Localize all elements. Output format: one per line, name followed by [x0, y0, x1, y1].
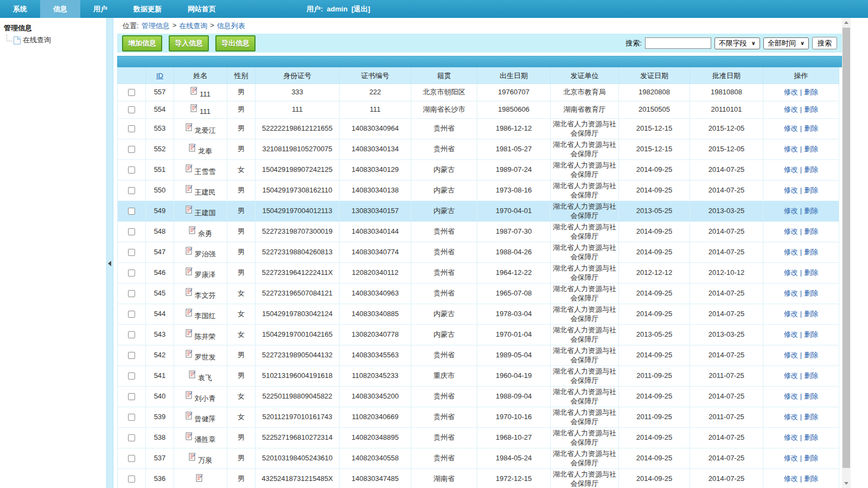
scroll-down-button[interactable] — [842, 479, 851, 488]
delete-link[interactable]: 删除 — [804, 165, 818, 174]
delete-link[interactable]: 删除 — [804, 371, 818, 380]
edit-link[interactable]: 修改 — [784, 88, 798, 96]
edit-link[interactable]: 修改 — [784, 289, 798, 297]
delete-link[interactable]: 删除 — [804, 105, 818, 113]
scrollbar-thumb[interactable] — [843, 28, 850, 468]
edit-link[interactable]: 修改 — [784, 165, 798, 174]
gender-cell: 男 — [227, 181, 256, 201]
sidebar-item-在线查询[interactable]: 在线查询 — [0, 35, 106, 45]
edit-link[interactable]: 修改 — [784, 433, 798, 441]
edit-link[interactable]: 修改 — [784, 392, 798, 400]
delete-link[interactable]: 删除 — [804, 330, 818, 338]
row-checkbox[interactable] — [128, 269, 135, 277]
row-checkbox[interactable] — [128, 106, 135, 113]
row-checkbox[interactable] — [128, 476, 135, 483]
edit-link[interactable]: 修改 — [784, 227, 798, 235]
edit-link[interactable]: 修改 — [784, 310, 798, 318]
nav-tab-1[interactable]: 系统 — [0, 0, 40, 18]
delete-link[interactable]: 删除 — [804, 351, 818, 359]
vertical-scrollbar[interactable] — [842, 18, 851, 488]
breadcrumb-link-1[interactable]: 管理信息 — [142, 21, 170, 31]
name-cell: 111 — [174, 101, 227, 119]
action-separator: | — [798, 413, 804, 421]
row-checkbox[interactable] — [128, 208, 135, 215]
collapse-left-icon[interactable] — [108, 261, 111, 266]
breadcrumb-link-3[interactable]: 信息列表 — [217, 21, 245, 31]
search-button[interactable]: 搜索 — [812, 37, 837, 49]
toolbar-button-1[interactable]: 增加信息 — [122, 35, 162, 52]
table-row: 540刘小青女522501198809045822140830345200贵州省… — [118, 387, 839, 407]
id-sort-link[interactable]: ID — [156, 72, 163, 80]
edit-link[interactable]: 修改 — [784, 351, 798, 359]
row-checkbox[interactable] — [128, 331, 135, 338]
id-card-cell: 150429197803042124 — [256, 304, 340, 325]
row-checkbox[interactable] — [128, 89, 135, 96]
edit-link[interactable]: 修改 — [784, 474, 798, 483]
name-wrap: 111 — [190, 104, 210, 116]
id-card-cell: 510213196004191618 — [256, 366, 340, 387]
delete-link[interactable]: 删除 — [804, 392, 818, 400]
edit-link[interactable]: 修改 — [784, 454, 798, 462]
delete-link[interactable]: 删除 — [804, 207, 818, 215]
issuing-unit-cell: 湖北省人力资源与社会保障厅 — [551, 304, 619, 325]
name-cell: 龙奉 — [174, 139, 227, 160]
delete-link[interactable]: 删除 — [804, 88, 818, 96]
row-checkbox[interactable] — [128, 352, 135, 359]
edit-link[interactable]: 修改 — [784, 207, 798, 215]
checkbox-cell — [118, 119, 146, 139]
toolbar-button-2[interactable]: 导入信息 — [169, 35, 209, 52]
edit-link[interactable]: 修改 — [784, 268, 798, 277]
delete-link[interactable]: 删除 — [804, 268, 818, 277]
edit-link[interactable]: 修改 — [784, 248, 798, 256]
edit-link[interactable]: 修改 — [784, 105, 798, 113]
edit-link[interactable]: 修改 — [784, 145, 798, 153]
nav-tab-3[interactable]: 用户 — [80, 0, 120, 18]
nav-tab-4[interactable]: 数据更新 — [120, 0, 175, 18]
edit-link[interactable]: 修改 — [784, 186, 798, 194]
edit-link[interactable]: 修改 — [784, 124, 798, 132]
delete-link[interactable]: 删除 — [804, 474, 818, 483]
row-checkbox[interactable] — [128, 125, 135, 132]
delete-link[interactable]: 删除 — [804, 433, 818, 441]
delete-link[interactable]: 删除 — [804, 248, 818, 256]
edit-link[interactable]: 修改 — [784, 413, 798, 421]
row-checkbox[interactable] — [128, 249, 135, 256]
row-checkbox[interactable] — [128, 311, 135, 318]
delete-link[interactable]: 删除 — [804, 227, 818, 235]
row-checkbox[interactable] — [128, 228, 135, 235]
delete-link[interactable]: 删除 — [804, 124, 818, 132]
delete-link[interactable]: 删除 — [804, 145, 818, 153]
issuing-unit-cell: 湖北省人力资源与社会保障厅 — [551, 428, 619, 448]
delete-link[interactable]: 删除 — [804, 454, 818, 462]
row-checkbox[interactable] — [128, 455, 135, 462]
checkbox-cell — [118, 242, 146, 263]
field-filter-select[interactable]: 不限字段 ∨ — [714, 37, 760, 49]
checkbox-cell — [118, 160, 146, 181]
row-checkbox[interactable] — [128, 146, 135, 153]
nav-tab-2[interactable]: 信息 — [40, 0, 80, 18]
breadcrumb-link-2[interactable]: 在线查询 — [179, 21, 207, 31]
row-checkbox[interactable] — [128, 373, 135, 380]
edit-link[interactable]: 修改 — [784, 330, 798, 338]
search-input[interactable] — [645, 37, 711, 49]
scroll-up-button[interactable] — [842, 18, 851, 27]
delete-link[interactable]: 删除 — [804, 186, 818, 194]
toolbar-button-3[interactable]: 导出信息 — [215, 35, 256, 52]
row-checkbox[interactable] — [128, 187, 135, 194]
nav-tab-5[interactable]: 网站首页 — [175, 0, 229, 18]
birth-date-cell: 1968-10-27 — [477, 428, 551, 448]
gender-cell: 女 — [227, 160, 256, 181]
sidebar-splitter[interactable] — [106, 18, 113, 488]
time-filter-select[interactable]: 全部时间 ∨ — [763, 37, 809, 49]
delete-link[interactable]: 删除 — [804, 310, 818, 318]
delete-link[interactable]: 删除 — [804, 289, 818, 297]
row-checkbox[interactable] — [128, 393, 135, 400]
delete-link[interactable]: 删除 — [804, 413, 818, 421]
row-checkbox[interactable] — [128, 434, 135, 441]
native-place-cell: 内蒙古 — [411, 304, 477, 325]
row-checkbox[interactable] — [128, 414, 135, 421]
logout-link[interactable]: [退出] — [352, 4, 371, 14]
row-checkbox[interactable] — [128, 290, 135, 297]
row-checkbox[interactable] — [128, 166, 135, 174]
edit-link[interactable]: 修改 — [784, 371, 798, 380]
